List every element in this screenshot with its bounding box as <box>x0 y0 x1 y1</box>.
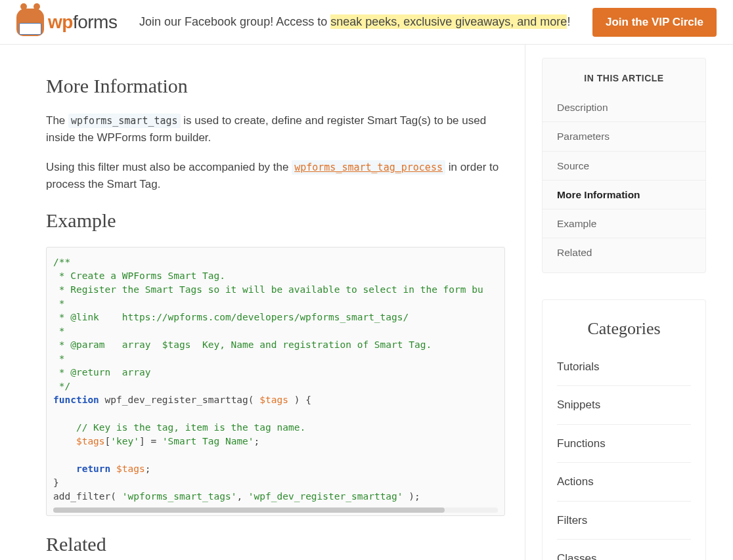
category-functions[interactable]: Functions <box>557 425 691 463</box>
promo-text: Join our Facebook group! Access to sneak… <box>117 13 592 31</box>
mascot-icon <box>16 9 44 36</box>
logo-text: wpforms <box>48 9 117 36</box>
code-inline-filter: wpforms_smart_tags <box>68 114 181 128</box>
more-info-para-2: Using this filter must also be accompani… <box>46 159 505 192</box>
code-pre: /** * Create a WPForms Smart Tag. * Regi… <box>53 255 498 504</box>
toc-item-parameters[interactable]: Parameters <box>543 121 705 150</box>
more-info-para-1: The wpforms_smart_tags is used to create… <box>46 112 505 146</box>
code-example-block: /** * Create a WPForms Smart Tag. * Regi… <box>46 247 505 516</box>
categories-card: Categories Tutorials Snippets Functions … <box>542 299 706 561</box>
toc-item-example[interactable]: Example <box>543 209 705 238</box>
category-filters[interactable]: Filters <box>557 502 691 540</box>
heading-example: Example <box>46 205 505 235</box>
categories-title: Categories <box>557 316 691 341</box>
code-horizontal-scrollbar[interactable] <box>53 507 498 513</box>
heading-more-info: More Information <box>46 71 505 100</box>
promo-highlight[interactable]: sneak peeks, exclusive giveaways, and mo… <box>330 14 567 29</box>
link-smart-tag-process[interactable]: wpforms_smart_tag_process <box>292 161 445 173</box>
join-vip-button[interactable]: Join the VIP Circle <box>592 8 717 37</box>
main-content: More Information The wpforms_smart_tags … <box>0 45 525 560</box>
scrollbar-thumb[interactable] <box>53 507 445 513</box>
top-header: wpforms Join our Facebook group! Access … <box>0 0 733 45</box>
category-tutorials[interactable]: Tutorials <box>557 348 691 387</box>
category-classes[interactable]: Classes <box>557 540 691 560</box>
logo-link[interactable]: wpforms <box>16 9 117 36</box>
toc-item-related[interactable]: Related <box>543 238 705 267</box>
toc-item-source[interactable]: Source <box>543 151 705 180</box>
sidebar: IN THIS ARTICLE Description Parameters S… <box>525 45 722 560</box>
toc-item-more-information[interactable]: More Information <box>543 180 705 209</box>
category-snippets[interactable]: Snippets <box>557 386 691 425</box>
category-actions[interactable]: Actions <box>557 463 691 502</box>
toc-item-description[interactable]: Description <box>543 93 705 121</box>
toc-title: IN THIS ARTICLE <box>543 72 705 85</box>
toc-card: IN THIS ARTICLE Description Parameters S… <box>542 58 706 273</box>
heading-related: Related <box>46 529 505 559</box>
